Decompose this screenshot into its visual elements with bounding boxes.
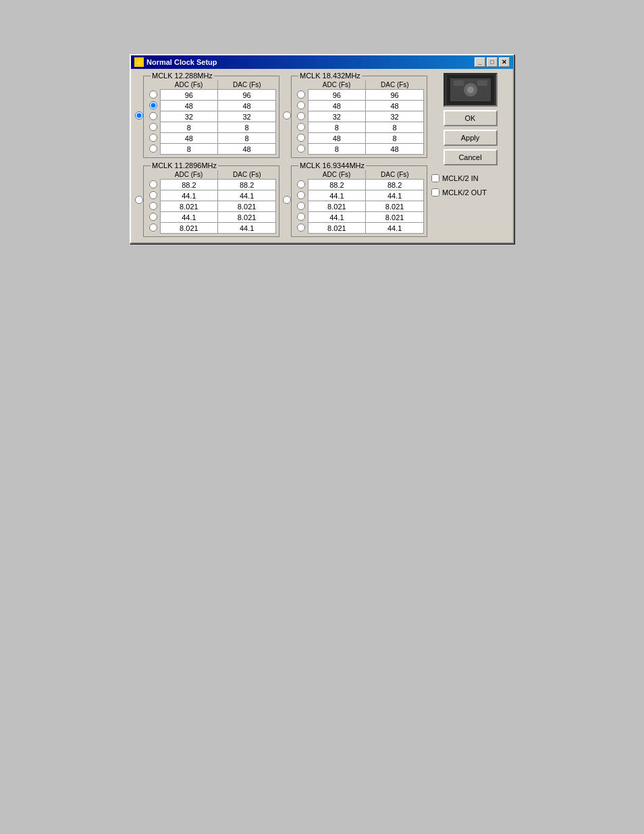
- maximize-button[interactable]: □: [487, 57, 498, 67]
- radio-cell: [146, 111, 160, 122]
- radio-cell: [294, 122, 308, 133]
- row-radio-g3-3[interactable]: [149, 213, 157, 221]
- svg-point-3: [467, 86, 474, 93]
- adc-value: 44.1: [308, 190, 366, 201]
- adc-value: 8: [308, 144, 366, 155]
- radio-mclk-16934[interactable]: [283, 196, 291, 204]
- table-row: 9696: [294, 90, 424, 101]
- dac-value: 44.1: [366, 223, 424, 234]
- adc-value: 8.021: [308, 201, 366, 212]
- radio-cell: [294, 190, 308, 201]
- row-radio-g2-5[interactable]: [297, 145, 305, 153]
- row-radio-g3-0[interactable]: [149, 180, 157, 188]
- cancel-button[interactable]: Cancel: [444, 149, 498, 165]
- dac-value: 48: [366, 101, 424, 111]
- group-mclk-11289: MCLK 11.2896MHz ADC (Fs) DAC (Fs): [135, 163, 279, 238]
- title-bar: ♪ Normal Clock Setup _ □ ✕: [131, 55, 513, 69]
- dac-value: 8: [366, 133, 424, 144]
- row-radio-g1-4[interactable]: [149, 134, 157, 142]
- dac-value: 96: [366, 90, 424, 101]
- row-radio-g4-0[interactable]: [297, 180, 305, 188]
- left-panel: MCLK 12.288MHz ADC (Fs) DAC (Fs): [135, 73, 427, 238]
- dac-value: 8: [218, 133, 276, 144]
- radio-cell: [294, 111, 308, 122]
- group-label-mclk-16934: MCLK 16.9344MHz: [298, 161, 366, 170]
- table-row: 8.0218.021: [294, 201, 424, 212]
- freq-table-g4: ADC (Fs) DAC (Fs) 88.288.244.144.18.0218…: [294, 170, 424, 234]
- adc-value: 88.2: [160, 180, 218, 190]
- mclk2out-label: MCLK/2 OUT: [442, 188, 487, 197]
- adc-value: 96: [308, 90, 366, 101]
- radio-mclk-11289[interactable]: [135, 196, 143, 204]
- dac-value: 8: [218, 122, 276, 133]
- radio-cell: [294, 180, 308, 190]
- adc-value: 44.1: [160, 190, 218, 201]
- row-radio-g3-2[interactable]: [149, 202, 157, 210]
- table-row: 44.18.021: [146, 212, 276, 223]
- radio-cell: [146, 90, 160, 101]
- row-radio-g2-0[interactable]: [297, 90, 305, 99]
- radio-cell: [294, 212, 308, 223]
- dac-value: 32: [366, 111, 424, 122]
- ok-button[interactable]: OK: [444, 110, 498, 126]
- minimize-button[interactable]: _: [475, 57, 485, 67]
- row-radio-g1-1[interactable]: [149, 101, 157, 109]
- title-buttons: _ □ ✕: [475, 57, 510, 67]
- dac-value: 48: [218, 101, 276, 111]
- table-row: 88: [294, 122, 424, 133]
- radio-cell: [146, 223, 160, 234]
- table-row: 8.0218.021: [146, 201, 276, 212]
- radio-mclk-18432[interactable]: [283, 111, 291, 120]
- freq-table-g2: ADC (Fs) DAC (Fs) 96964848323288488848: [294, 80, 424, 155]
- adc-value: 88.2: [308, 180, 366, 190]
- svg-rect-5: [477, 80, 487, 86]
- close-button[interactable]: ✕: [499, 57, 510, 67]
- dac-value: 44.1: [218, 190, 276, 201]
- radio-cell: [146, 190, 160, 201]
- g1-adc-header: ADC (Fs): [160, 80, 218, 90]
- row-radio-g1-2[interactable]: [149, 112, 157, 120]
- mclk2out-checkbox[interactable]: [431, 188, 439, 197]
- row-radio-g4-1[interactable]: [297, 191, 305, 199]
- dac-value: 32: [218, 111, 276, 122]
- mclk2in-label: MCLK/2 IN: [442, 174, 479, 182]
- adc-value: 48: [308, 101, 366, 111]
- radio-cell: [146, 201, 160, 212]
- group-mclk-18432: MCLK 18.432MHz ADC (Fs) DAC (Fs): [283, 73, 427, 159]
- dac-value: 88.2: [218, 180, 276, 190]
- adc-value: 44.1: [308, 212, 366, 223]
- row-radio-g1-0[interactable]: [149, 90, 157, 99]
- top-row-groups: MCLK 12.288MHz ADC (Fs) DAC (Fs): [135, 73, 427, 159]
- row-radio-g4-3[interactable]: [297, 213, 305, 221]
- g2-dac-header: DAC (Fs): [366, 80, 424, 90]
- radio-cell: [294, 223, 308, 234]
- mclk2in-checkbox[interactable]: [431, 174, 439, 182]
- row-radio-g2-2[interactable]: [297, 112, 305, 120]
- dac-value: 48: [366, 144, 424, 155]
- row-radio-g2-3[interactable]: [297, 123, 305, 131]
- logo-svg: [447, 75, 494, 105]
- row-radio-g2-4[interactable]: [297, 134, 305, 142]
- g2-adc-header: ADC (Fs): [308, 80, 366, 90]
- apply-button[interactable]: Apply: [444, 130, 498, 146]
- table-row: 4848: [294, 101, 424, 111]
- logo-image: [444, 73, 498, 107]
- dialog-window: ♪ Normal Clock Setup _ □ ✕ MCLK 12.288MH…: [130, 54, 514, 244]
- row-radio-g4-2[interactable]: [297, 202, 305, 210]
- table-row: 3232: [294, 111, 424, 122]
- radio-cell: [294, 201, 308, 212]
- adc-value: 8: [160, 144, 218, 155]
- group-label-mclk-12288: MCLK 12.288MHz: [151, 72, 214, 80]
- radio-mclk-12288[interactable]: [135, 111, 143, 120]
- table-row: 488: [146, 133, 276, 144]
- row-radio-g3-4[interactable]: [149, 224, 157, 232]
- adc-value: 96: [160, 90, 218, 101]
- adc-value: 32: [160, 111, 218, 122]
- mclk2out-row: MCLK/2 OUT: [431, 188, 509, 197]
- radio-cell: [294, 90, 308, 101]
- row-radio-g1-3[interactable]: [149, 123, 157, 131]
- row-radio-g1-5[interactable]: [149, 145, 157, 153]
- row-radio-g2-1[interactable]: [297, 101, 305, 109]
- row-radio-g3-1[interactable]: [149, 191, 157, 199]
- row-radio-g4-4[interactable]: [297, 224, 305, 232]
